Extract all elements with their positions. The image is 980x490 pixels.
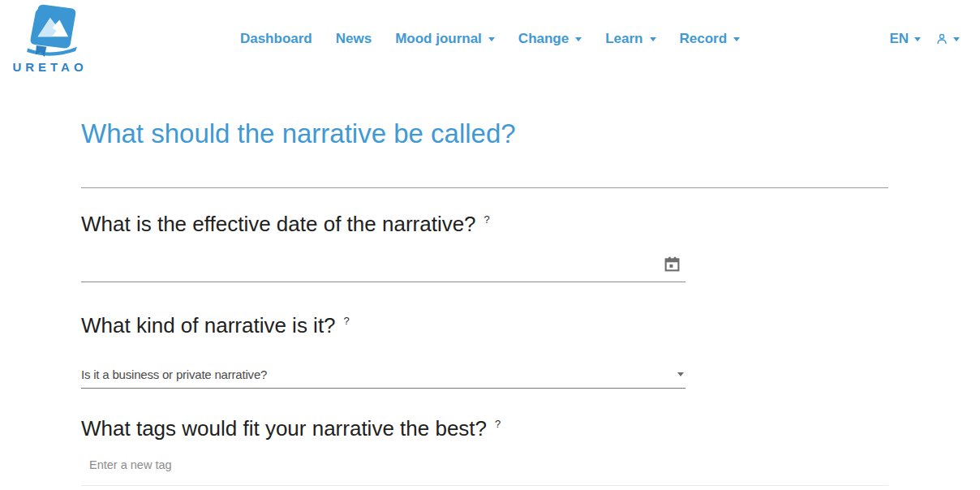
user-icon: [935, 32, 948, 45]
title-divider: [81, 187, 888, 188]
nav-item-label: Mood journal: [395, 31, 482, 47]
language-label: EN: [889, 31, 909, 47]
nav-item-record[interactable]: Record: [680, 31, 741, 47]
nav-item-label: Learn: [605, 31, 643, 47]
user-menu[interactable]: [935, 32, 960, 45]
header: URETAO Dashboard News Mood journal Chang…: [0, 0, 980, 81]
nav-item-mood-journal[interactable]: Mood journal: [395, 31, 495, 47]
question-label: What kind of narrative is it?: [81, 313, 336, 337]
nav-item-news[interactable]: News: [336, 31, 372, 47]
question-label: What is the effective date of the narrat…: [81, 212, 476, 236]
nav-item-label: Record: [680, 31, 728, 47]
language-selector[interactable]: EN: [889, 31, 921, 47]
question-effective-date: What is the effective date of the narrat…: [81, 210, 888, 239]
caret-down-icon: [914, 37, 921, 41]
nav-item-change[interactable]: Change: [518, 31, 582, 47]
new-tag-input[interactable]: [81, 458, 888, 471]
nav-item-learn[interactable]: Learn: [605, 31, 655, 47]
tag-field: [81, 453, 888, 486]
caret-down-icon: [650, 37, 656, 41]
question-narrative-kind: What kind of narrative is it??: [81, 312, 888, 340]
nav-item-label: Change: [518, 31, 569, 47]
caret-down-icon: [488, 37, 495, 41]
caret-down-icon: [953, 37, 960, 41]
page-title: What should the narrative be called?: [81, 118, 888, 150]
narrative-kind-select[interactable]: Is it a business or private narrative?: [81, 364, 686, 389]
calendar-picker-button[interactable]: [664, 256, 681, 273]
nav-item-label: Dashboard: [240, 31, 312, 47]
nav-item-dashboard[interactable]: Dashboard: [240, 31, 312, 47]
question-tags: What tags would fit your narrative the b…: [81, 415, 888, 443]
calendar-icon: [664, 256, 681, 273]
question-label: What tags would fit your narrative the b…: [81, 416, 487, 441]
header-right: EN: [889, 31, 960, 47]
main-nav: Dashboard News Mood journal Change Learn…: [0, 31, 980, 47]
narrative-form: What should the narrative be called? Wha…: [81, 118, 888, 486]
help-icon[interactable]: ?: [344, 315, 350, 327]
select-placeholder: Is it a business or private narrative?: [81, 368, 267, 381]
help-icon[interactable]: ?: [495, 418, 501, 430]
effective-date-input[interactable]: [81, 245, 649, 282]
caret-down-icon: [677, 372, 684, 376]
help-icon[interactable]: ?: [484, 213, 490, 226]
caret-down-icon: [733, 37, 740, 41]
effective-date-field[interactable]: [81, 245, 686, 282]
brand-name: URETAO: [8, 60, 89, 74]
caret-down-icon: [575, 37, 582, 41]
nav-item-label: News: [336, 31, 372, 47]
